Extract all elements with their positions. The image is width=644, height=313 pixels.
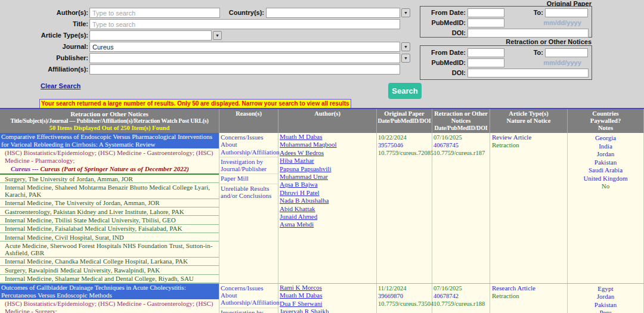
publisher-label: Publisher: (24, 54, 88, 61)
country-item: United Kingdom (569, 175, 642, 183)
country-item: Jordan (569, 150, 642, 159)
journal-name-link[interactable]: Cureus (11, 165, 30, 172)
country-input[interactable] (266, 8, 400, 18)
affiliation-list: Surgery, The University of Jordan, Amman… (0, 175, 219, 283)
notices-doi-input[interactable] (467, 69, 589, 78)
results-table: Retraction or Other Notices Title/Subjec… (0, 108, 644, 313)
notices-pubmed-label: PubMedID: (422, 59, 466, 66)
country-item: Peru (569, 309, 642, 313)
header-title-column: Retraction or Other Notices Title/Subjec… (0, 109, 219, 133)
country-list: GeorgiaIndiaJordanPakistanSaudi ArabiaUn… (569, 134, 642, 182)
author-link[interactable]: Nada B Abushalha (278, 197, 376, 204)
author-link[interactable]: Junaid Ahmed (278, 213, 376, 221)
original-to-input[interactable] (545, 8, 588, 17)
affiliation-item: Internal Medicine, Shalamar Medical and … (0, 275, 219, 283)
author-link[interactable]: Javeryah R Shaikh (278, 308, 376, 313)
original-paper-cell: 11/12/2024 39669870 10.7759/cureus.73504 (377, 284, 432, 313)
author-link[interactable]: Hiba Mazhar (278, 157, 376, 165)
article-type-dropdown-button[interactable]: ▼ (213, 31, 222, 40)
title-cell: Comparative Effectiveness of Endoscopic … (0, 133, 219, 283)
journal-label: Journal: (24, 43, 88, 50)
notices-from-input[interactable] (467, 48, 504, 57)
reason-item: Investigation by Journal/Publisher (219, 308, 278, 313)
author-link[interactable]: Aqsa B Bajwa (278, 181, 376, 188)
chevron-down-icon: ▼ (404, 45, 408, 49)
original-doi-input[interactable] (467, 29, 589, 38)
country-dropdown-button[interactable]: ▼ (401, 8, 410, 17)
countries-cell: EgyptJordanPakistanPeruRussiaSaudi Arabi… (568, 284, 644, 313)
author-link[interactable]: Muhammad Maqbool (278, 141, 376, 148)
author-label: Author(s): (24, 9, 88, 16)
title-input[interactable] (89, 19, 400, 29)
subjects-text: (HSC) Biostatistics/Epidemiology; (HSC) … (0, 299, 219, 313)
affiliation-item: Surgery, Rawalpindi Medical University, … (0, 266, 219, 274)
affiliation-item: Internal Medicine, Faisalabad Medical Un… (0, 225, 219, 233)
country-item: Jordan (569, 293, 642, 301)
author-link[interactable]: Dhruvi H Patel (278, 189, 376, 197)
author-link[interactable]: Asma Mehdi (278, 221, 376, 228)
affiliation-item: Internal Medicine, Civil Hospital, Surat… (0, 233, 219, 241)
authors-cell: Rami K MorcosMuath M DabasDua F Sherwani… (278, 284, 377, 313)
original-pubmed-input[interactable] (467, 18, 504, 27)
authors-cell: Muath M DabasMuhammad MaqboolAdees W Bed… (278, 133, 377, 283)
article-type-cell: Research Article Retraction (490, 284, 568, 313)
article-type-input[interactable] (89, 30, 212, 41)
clear-search-link[interactable]: Clear Search (41, 82, 80, 89)
country-list: EgyptJordanPakistanPeruRussiaSaudi Arabi… (569, 285, 642, 313)
original-pubmed-label: PubMedID: (422, 19, 466, 26)
search-button[interactable]: Search (388, 83, 422, 99)
nature-of-notice: Retraction (492, 292, 565, 300)
paper-title-link[interactable]: Comparative Effectiveness of Endoscopic … (0, 133, 219, 148)
original-from-input[interactable] (467, 8, 504, 17)
journal-dropdown-button[interactable]: ▼ (401, 42, 410, 51)
author-link[interactable]: Dua F Sherwani (278, 300, 376, 308)
publisher-note: Cureus (Part of Springer Nature as of De… (41, 165, 189, 172)
affiliation-item: Internal Medicine, Shaheed Mohtarma Bena… (0, 183, 219, 199)
country-item: India (569, 142, 642, 151)
country-item: Saudi Arabia (569, 166, 642, 175)
author-input[interactable] (89, 8, 220, 18)
paywalled-value: No (569, 182, 642, 191)
notice-pubmedid-link[interactable]: 40678742 (434, 292, 488, 300)
notices-to-input[interactable] (545, 48, 588, 57)
original-paper-cell: 10/22/2024 39575046 10.7759/cureus.72085 (377, 133, 432, 283)
author-link[interactable]: Abid Khattak (278, 205, 376, 213)
author-link[interactable]: Muath M Dabas (278, 133, 376, 141)
author-link[interactable]: Rami K Morcos (278, 284, 376, 292)
publisher-input[interactable] (89, 53, 400, 63)
notices-date-format-hint: mm/dd/yyyy (537, 59, 588, 66)
notice-pubmedid-link[interactable]: 40678745 (434, 141, 488, 149)
publisher-dropdown-button[interactable]: ▼ (401, 54, 410, 63)
original-date: 11/12/2024 (378, 284, 431, 292)
original-pubmedid-link[interactable]: 39669870 (378, 292, 431, 300)
original-pubmedid-link[interactable]: 39575046 (378, 141, 431, 149)
affiliation-input[interactable] (89, 64, 400, 75)
reason-item: Paper Mill (219, 174, 278, 184)
author-link[interactable]: Muhammad Umar (278, 173, 376, 181)
reasons-cell: Concerns/Issues About Authorship/Affilia… (219, 284, 278, 313)
notice-date: 07/16/2025 (434, 134, 488, 141)
article-type-label: Article Type(s): (24, 32, 88, 39)
header-original-paper-column: Original Paper Date/PubMedID/DOI (377, 109, 432, 133)
notices-from-label: From Date: (422, 49, 466, 56)
reason-item: Unreliable Results and/or Conclusions (219, 184, 278, 201)
article-type-cell: Review Article Retraction (490, 133, 568, 283)
paper-title-link[interactable]: Outcomes of Gallbladder Drainage Techniq… (0, 284, 219, 299)
notice-date: 07/16/2025 (434, 284, 488, 292)
header-authors-column: Author(s) (278, 109, 377, 133)
notices-pubmed-input[interactable] (467, 58, 504, 67)
countries-cell: GeorgiaIndiaJordanPakistanSaudi ArabiaUn… (568, 133, 644, 283)
chevron-down-icon: ▼ (404, 11, 408, 15)
country-item: Georgia (569, 134, 642, 142)
chevron-down-icon: ▼ (215, 33, 219, 38)
reasons-cell: Concerns/Issues About Authorship/Affilia… (219, 133, 278, 283)
notice-doi: 10.7759/cureus.r188 (434, 300, 488, 308)
original-date-format-hint: mm/dd/yyyy (537, 19, 588, 26)
author-link[interactable]: Papuna Papuashvili (278, 165, 376, 173)
notices-to-label: To: (510, 49, 543, 56)
original-paper-panel: From Date: To: PubMedID: mm/dd/yyyy DOI: (420, 6, 592, 38)
author-link[interactable]: Adees W Bedros (278, 149, 376, 157)
results-count: 50 Items Displayed Out of 250 Item(s) Fo… (1, 125, 218, 132)
journal-input[interactable] (89, 42, 400, 52)
author-link[interactable]: Muath M Dabas (278, 292, 376, 299)
